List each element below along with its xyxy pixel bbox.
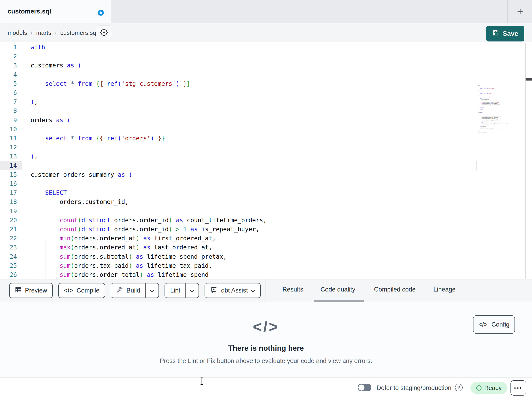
more-options-button[interactable]: ••• bbox=[511, 380, 526, 396]
line-number: 9 bbox=[0, 116, 17, 125]
line-number: 16 bbox=[0, 179, 17, 188]
tab-title: customers.sql bbox=[8, 8, 51, 15]
code-quality-panel: </> Config </> There is nothing here Pre… bbox=[0, 302, 532, 378]
empty-state: </> There is nothing here Press the Lint… bbox=[0, 302, 532, 365]
status-bar: Defer to staging/production ? Ready ••• bbox=[0, 378, 532, 398]
line-number: 21 bbox=[0, 225, 17, 234]
action-bar: Preview </> Compile Build bbox=[0, 279, 532, 302]
dbt-ide-window: customers.sql + models › marts › custome… bbox=[0, 0, 532, 398]
line-number: 6 bbox=[0, 88, 17, 97]
line-number: 19 bbox=[0, 207, 17, 215]
new-tab-button[interactable]: + bbox=[512, 4, 528, 19]
breadcrumb: models › marts › customers.sql bbox=[8, 23, 98, 42]
toggle-knob bbox=[358, 385, 364, 391]
code-content[interactable]: with customers as ( select * from {{ ref… bbox=[31, 43, 267, 279]
line-number: 22 bbox=[0, 234, 17, 243]
empty-state-description: Press the Lint or Fix button above to ev… bbox=[0, 357, 532, 365]
line-number: 11 bbox=[0, 134, 17, 143]
tab-compiled-code[interactable]: Compiled code bbox=[373, 286, 417, 293]
code-brackets-icon: </> bbox=[0, 318, 532, 336]
line-number: 10 bbox=[0, 125, 17, 134]
line-number: 12 bbox=[0, 143, 17, 152]
line-number: 3 bbox=[0, 61, 17, 70]
editor-scrollbar-thumb[interactable] bbox=[526, 78, 532, 80]
tab-lineage[interactable]: Lineage bbox=[433, 286, 456, 293]
ready-status-label: Ready bbox=[484, 385, 502, 391]
ready-status-badge: Ready bbox=[470, 382, 507, 394]
empty-state-title: There is nothing here bbox=[0, 344, 532, 352]
tabbar-divider bbox=[507, 0, 508, 23]
line-number: 5 bbox=[0, 79, 17, 88]
line-number: 14 bbox=[0, 161, 17, 170]
line-number: 15 bbox=[0, 170, 17, 179]
text-cursor-pointer bbox=[200, 377, 203, 385]
line-number: 17 bbox=[0, 188, 17, 197]
line-number: 23 bbox=[0, 243, 17, 252]
line-number: 24 bbox=[0, 252, 17, 261]
breadcrumb-item-file[interactable]: customers.sql bbox=[60, 29, 98, 36]
code-editor[interactable]: 1234567891011121314151617181920212223242… bbox=[0, 42, 532, 279]
unsaved-changes-dot-icon bbox=[98, 10, 104, 16]
save-button-label: Save bbox=[503, 30, 518, 38]
breadcrumb-row: models › marts › customers.sql bbox=[0, 23, 532, 42]
breadcrumb-separator-icon: › bbox=[55, 30, 57, 36]
status-circle-icon bbox=[476, 385, 481, 391]
compass-icon bbox=[100, 28, 108, 38]
line-number: 20 bbox=[0, 215, 17, 225]
save-floppy-icon bbox=[492, 29, 500, 38]
navigate-button[interactable] bbox=[96, 25, 112, 40]
tab-customers-sql[interactable]: customers.sql bbox=[0, 0, 111, 23]
line-number: 1 bbox=[0, 43, 17, 52]
line-number: 13 bbox=[0, 152, 17, 161]
line-number: 26 bbox=[0, 270, 17, 279]
line-number: 18 bbox=[0, 197, 17, 206]
line-number: 4 bbox=[0, 70, 17, 79]
save-button[interactable]: Save bbox=[486, 26, 524, 41]
line-number: 8 bbox=[0, 106, 17, 115]
tab-results[interactable]: Results bbox=[280, 286, 306, 293]
line-number-gutter: 1234567891011121314151617181920212223242… bbox=[0, 43, 17, 279]
breadcrumb-separator-icon: › bbox=[31, 30, 32, 36]
active-tab-underline bbox=[314, 300, 364, 302]
breadcrumb-item-models[interactable]: models bbox=[8, 29, 27, 36]
line-number: 25 bbox=[0, 261, 17, 270]
line-number: 7 bbox=[0, 97, 17, 106]
defer-toggle[interactable] bbox=[358, 384, 371, 391]
breadcrumb-item-marts[interactable]: marts bbox=[36, 29, 51, 36]
tab-code-quality[interactable]: Code quality bbox=[316, 286, 359, 293]
editor-tab-bar: customers.sql + bbox=[0, 0, 532, 23]
line-number: 2 bbox=[0, 52, 17, 61]
defer-label: Defer to staging/production bbox=[377, 384, 451, 391]
help-icon[interactable]: ? bbox=[455, 384, 462, 391]
results-tab-bar: Results Code quality Compiled code Linea… bbox=[0, 279, 532, 302]
editor-minimap[interactable]: with customers as ( select * from {{ ref… bbox=[478, 85, 508, 133]
